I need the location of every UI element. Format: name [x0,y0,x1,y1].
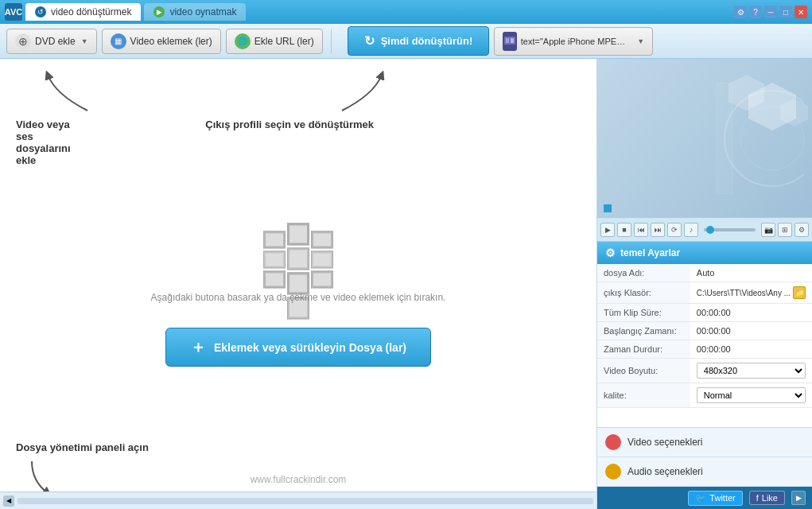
watermark: www.fullcrackindir.com [251,474,347,485]
top-right-hint-label: Çıkış profili seçin ve dönüştürmek [205,119,374,130]
film-strip [263,231,333,319]
maximize-button[interactable]: □ [779,6,792,18]
settings-table: dosya Adı: Auto çıkış Klasör: C:\Users\T… [597,264,812,408]
film-cell [287,223,309,245]
video-size-select-wrapper: 480x320720x480 [697,363,806,379]
profile-icon [503,32,517,51]
dvd-btn-label: DVD ekle [35,36,76,47]
minimize-button[interactable]: ─ [764,6,777,18]
setting-value-duration: 00:00:00 [690,304,812,322]
setting-label-start-time: Başlangıç Zamanı: [597,322,690,340]
svg-point-6 [740,107,804,170]
convert-btn-label: Şimdi dönüştürün! [381,35,473,47]
twitter-button[interactable]: 🐦 Twitter [688,491,742,506]
url-add-button[interactable]: 🌐 Ekle URL (ler) [226,29,323,54]
dvd-dropdown-arrow[interactable]: ▼ [81,37,88,45]
setting-label-output-folder: çıkış Klasör: [597,282,690,304]
video-options-button[interactable]: Video seçenekleri [597,428,812,457]
profile-select-button[interactable]: text="Apple iPhone MPEG-4 Movie (*... ▼ [494,27,653,56]
play-button[interactable]: ▶ [600,223,615,237]
watermark-text: www.fullcrackindir.com [251,474,347,485]
facebook-button[interactable]: f Like [749,491,785,505]
convert-tab-icon: ↺ [35,6,46,17]
prev-button[interactable]: ⏮ [634,223,648,237]
quality-select-wrapper: NormalHighLow [697,387,806,403]
tab-convert[interactable]: ↺ video dönüştürmek [25,3,141,21]
setting-label-duration: Tüm Klip Süre: [597,304,690,322]
scroll-left-button[interactable]: ◀ [3,495,14,507]
setting-label-stop-time: Zaman Durdur: [597,340,690,359]
film-cell [287,247,309,270]
toolbar-separator [331,29,332,53]
audio-options-icon [605,464,621,480]
stop-button[interactable]: ■ [617,223,631,237]
window-controls: ⚙ ? ─ □ ✕ [734,6,807,18]
volume-slider[interactable] [704,228,756,231]
video-icon: ▦ [111,33,126,49]
audio-options-label: Audio seçenekleri [627,466,703,477]
setting-label-filename: dosya Adı: [597,264,690,282]
folder-browse-button[interactable]: 📁 [793,286,806,299]
setting-row-stop-time: Zaman Durdur: 00:00:00 [597,340,812,359]
svg-point-5 [725,91,804,186]
video-size-select[interactable]: 480x320720x480 [697,363,806,379]
tab-play[interactable]: ▶ video oynatmak [144,3,246,21]
convert-button[interactable]: ↻ Şimdi dönüştürün! [348,26,490,56]
next-button[interactable]: ⏭ [651,223,665,237]
zoom-button[interactable]: ⊞ [778,223,792,237]
drop-instruction-text: Aşağıdaki butona basarak ya da çekme ve … [151,292,446,303]
share-arrow-button[interactable]: ▶ [791,491,806,505]
info-icon[interactable]: ? [749,6,762,18]
volume-knob[interactable] [706,226,714,234]
video-options-icon [605,434,621,450]
film-strip-left [263,231,286,319]
settings-ctrl-button[interactable]: ⚙ [795,223,809,237]
quality-select[interactable]: NormalHighLow [697,387,806,403]
setting-value-video-size[interactable]: 480x320720x480 [690,359,812,383]
main-layout: Video veya ses dosyalarını ekle Çıkış pr… [0,59,812,509]
setting-label-video-size: Video Boyutu: [597,359,690,383]
preview-area [597,59,812,218]
top-left-hint-label: Video veya ses dosyalarını ekle [16,119,71,166]
audio-options-button[interactable]: Audio seçenekleri [597,457,812,487]
film-strip-area [263,231,333,319]
bottom-hint-label: Dosya yönetimi paneli açın [16,441,149,453]
setting-value-start-time: 00:00:00 [690,322,812,340]
arrow-top-right-svg [334,71,398,119]
setting-row-video-size: Video Boyutu: 480x320720x480 [597,359,812,383]
setting-row-quality: kalite: NormalHighLow [597,383,812,408]
player-controls: ▶ ■ ⏮ ⏭ ⟳ ♪ 📷 ⊞ ⚙ [597,218,812,242]
twitter-label: Twitter [709,493,735,503]
loop-button[interactable]: ⟳ [667,223,682,237]
screenshot-button[interactable]: 📷 [761,223,775,237]
toolbar: ⊕ DVD ekle ▼ ▦ Video eklemek (ler) 🌐 Ekl… [0,24,812,59]
film-cell [263,270,286,288]
film-strip-middle [287,223,309,319]
profile-dropdown-arrow: ▼ [637,37,644,45]
setting-value-quality[interactable]: NormalHighLow [690,383,812,408]
settings-icon-header: ⚙ [605,247,616,259]
dvd-add-button[interactable]: ⊕ DVD ekle ▼ [6,29,97,54]
close-button[interactable]: ✕ [795,6,807,18]
twitter-icon: 🐦 [695,493,706,503]
add-files-button[interactable]: ＋ Eklemek veya sürükleyin Dosya (lar) [165,328,431,367]
setting-row-filename: dosya Adı: Auto [597,264,812,282]
scroll-area: ◀ [0,492,596,509]
arrow-top-left-svg [40,71,103,119]
preview-bg [597,59,812,217]
url-btn-label: Ekle URL (ler) [254,36,314,47]
social-bar: 🐦 Twitter f Like ▶ [597,487,812,509]
convert-icon: ↻ [364,33,375,49]
dvd-icon: ⊕ [15,33,31,49]
settings-icon[interactable]: ⚙ [734,6,747,18]
bottom-left-hint: Dosya yönetimi paneli açın [16,441,149,453]
tab-convert-label: video dönüştürmek [51,6,131,17]
video-add-button[interactable]: ▦ Video eklemek (ler) [102,29,221,54]
film-cell [311,270,333,288]
volume-button[interactable]: ♪ [684,223,698,237]
tab-play-label: video oynatmak [169,6,236,17]
film-strip-right [311,231,333,319]
url-icon: 🌐 [235,33,251,49]
setting-value-filename: Auto [690,264,812,282]
scroll-track[interactable] [17,498,593,504]
